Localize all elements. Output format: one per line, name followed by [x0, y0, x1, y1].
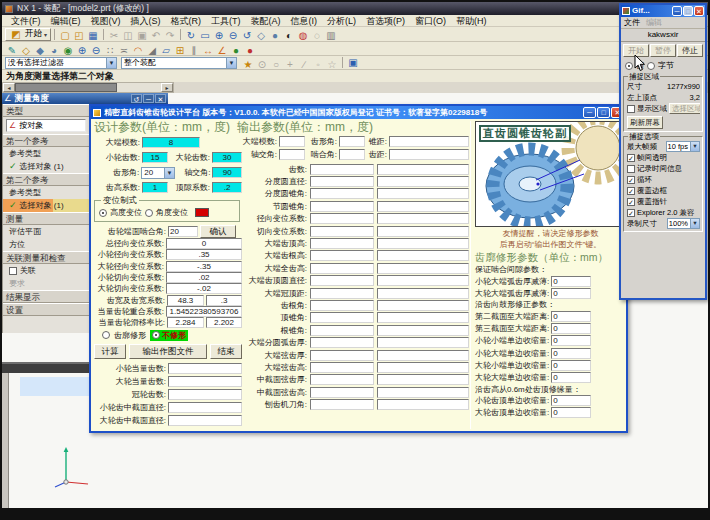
- out-shaft-angle-field[interactable]: [279, 149, 305, 160]
- output-pinion-field[interactable]: [310, 226, 374, 237]
- show-hide-icon[interactable]: ◌: [310, 29, 324, 42]
- mod-row-field[interactable]: 0: [551, 360, 591, 371]
- confirm-button[interactable]: 确认: [200, 225, 236, 238]
- result-field[interactable]: [168, 415, 242, 426]
- second-select-object[interactable]: ✓ 选择对象 (1): [3, 199, 89, 212]
- output-gear-field[interactable]: [377, 201, 469, 212]
- gif-edit-menu[interactable]: 编辑: [646, 17, 662, 28]
- orient-view-icon[interactable]: ◇: [254, 29, 268, 42]
- pitch-field[interactable]: [389, 149, 469, 160]
- edge-blend-icon[interactable]: ◠: [131, 44, 145, 57]
- no-mod-option[interactable]: 不修形: [150, 330, 188, 341]
- output-gear-field[interactable]: [377, 263, 469, 274]
- type-section-header[interactable]: 类型: [3, 104, 89, 117]
- mod-row-field[interactable]: 0: [551, 348, 591, 359]
- gif-close-button[interactable]: ✕: [694, 6, 704, 16]
- output-gear-field[interactable]: [377, 374, 469, 385]
- out-module-field[interactable]: [279, 136, 305, 147]
- menu-item[interactable]: 装配(A): [246, 15, 286, 26]
- end-button[interactable]: 结束: [210, 344, 242, 359]
- zoom-out-icon[interactable]: ⊖: [226, 29, 240, 42]
- output-gear-field[interactable]: [377, 300, 469, 311]
- coef-field[interactable]: .02: [166, 272, 242, 283]
- save-icon[interactable]: ▦: [86, 29, 100, 42]
- cut-icon[interactable]: ✂: [107, 29, 121, 42]
- coef-field[interactable]: 0: [166, 238, 242, 249]
- panel-minimize-button[interactable]: ─: [143, 94, 154, 103]
- association-header[interactable]: 关联测量和检查: [3, 251, 89, 264]
- panel-reset-button[interactable]: ↺: [131, 94, 142, 103]
- menu-item[interactable]: 插入(S): [126, 15, 166, 26]
- pinion-teeth-field[interactable]: 15: [142, 152, 168, 163]
- red-circle-icon[interactable]: ●: [243, 44, 257, 57]
- output-pinion-field[interactable]: [310, 300, 374, 311]
- fit-view-icon[interactable]: ▭: [198, 29, 212, 42]
- frame-radio[interactable]: [625, 62, 633, 70]
- menu-item[interactable]: 视图(V): [86, 15, 126, 26]
- facewidth-field[interactable]: 48.3: [167, 295, 204, 306]
- output-gear-field[interactable]: [377, 250, 469, 261]
- results-display-header[interactable]: 结果显示: [3, 290, 89, 303]
- menu-item[interactable]: 格式(R): [166, 15, 207, 26]
- show-area-checkbox[interactable]: [627, 105, 635, 113]
- option-checkbox[interactable]: [627, 176, 635, 184]
- output-pinion-field[interactable]: [310, 387, 374, 398]
- option-checkbox[interactable]: [627, 154, 635, 162]
- mod-row-field[interactable]: 0: [551, 323, 591, 334]
- gif-minimize-button[interactable]: ─: [672, 6, 682, 16]
- unite-icon[interactable]: ⊕: [75, 44, 89, 57]
- angle-shift-radio[interactable]: [145, 209, 153, 217]
- output-pinion-field[interactable]: [310, 337, 374, 348]
- pressure-angle-dropdown[interactable]: 20 ▼: [141, 167, 175, 179]
- slip-ratio-field-1[interactable]: 2.284: [167, 317, 204, 328]
- midpoint-snap-icon[interactable]: ◦: [311, 58, 325, 71]
- pattern-icon[interactable]: ∷: [103, 44, 117, 57]
- output-pinion-field[interactable]: [310, 201, 374, 212]
- output-pinion-field[interactable]: [310, 312, 374, 323]
- output-pinion-field[interactable]: [310, 362, 374, 373]
- result-field[interactable]: [168, 389, 242, 400]
- mod-row-field[interactable]: 0: [551, 372, 591, 383]
- chamfer-icon[interactable]: ◢: [145, 44, 159, 57]
- mod-row-field[interactable]: 0: [551, 407, 591, 418]
- new-file-icon[interactable]: ▢: [58, 29, 72, 42]
- output-gear-field[interactable]: [377, 176, 469, 187]
- option-checkbox[interactable]: [627, 165, 635, 173]
- mod-row-field[interactable]: 0: [551, 276, 591, 287]
- paste-icon[interactable]: ▣: [135, 29, 149, 42]
- menu-item[interactable]: 帮助(H): [451, 15, 492, 26]
- result-field[interactable]: [168, 376, 242, 387]
- clearance-coef-field[interactable]: .2: [212, 182, 242, 193]
- output-pinion-field[interactable]: [310, 188, 374, 199]
- gear-teeth-field[interactable]: 30: [212, 152, 242, 163]
- output-pinion-field[interactable]: [310, 275, 374, 286]
- no-mod-radio[interactable]: [152, 331, 160, 339]
- gif-titlebar[interactable]: Gif... ─ □ ✕: [621, 5, 705, 17]
- display-mode-icon[interactable]: ◐: [282, 29, 296, 42]
- coef-field[interactable]: -.35: [166, 261, 242, 272]
- hole-icon[interactable]: ◉: [61, 44, 75, 57]
- output-gear-field[interactable]: [377, 387, 469, 398]
- record-pause-button[interactable]: 暂停: [650, 44, 676, 57]
- select-area-button[interactable]: 选择区域: [669, 103, 700, 114]
- overlap-ratio-field[interactable]: 1.54522380593706: [166, 306, 242, 317]
- shaft-angle-field[interactable]: 90: [212, 167, 242, 178]
- output-gear-field[interactable]: [377, 226, 469, 237]
- output-pinion-field[interactable]: [310, 399, 374, 410]
- shaded-view-icon[interactable]: ●: [268, 29, 282, 42]
- output-gear-field[interactable]: [377, 312, 469, 323]
- refresh-icon[interactable]: ↻: [184, 29, 198, 42]
- panel-close-button[interactable]: ✕: [155, 94, 166, 103]
- dialog-minimize-button[interactable]: ─: [583, 107, 596, 118]
- output-pinion-field[interactable]: [310, 374, 374, 385]
- settings-header[interactable]: 设置: [3, 303, 89, 316]
- intersection-snap-icon[interactable]: +: [283, 58, 297, 71]
- slip-ratio-field-2[interactable]: 2.202: [206, 317, 242, 328]
- refresh-screen-button[interactable]: 刷新屏幕: [627, 116, 663, 129]
- menu-item[interactable]: 信息(I): [286, 15, 323, 26]
- out-mesh-angle-field[interactable]: [339, 149, 365, 160]
- option-checkbox[interactable]: [627, 198, 635, 206]
- first-select-object[interactable]: ✓ 选择对象 (1): [3, 160, 89, 173]
- subtract-icon[interactable]: ⊖: [89, 44, 103, 57]
- first-reference-header[interactable]: 第一个参考: [3, 134, 89, 147]
